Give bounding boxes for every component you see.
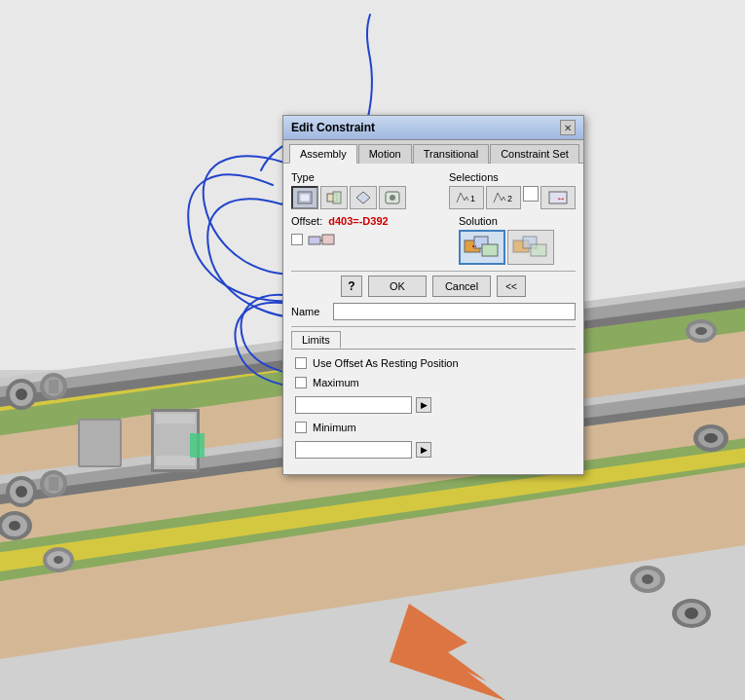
name-label: Name — [291, 306, 325, 317]
tab-motion[interactable]: Motion — [358, 144, 412, 164]
solution-section: Solution — [459, 215, 576, 265]
divider-1 — [291, 271, 576, 272]
svg-text:1: 1 — [470, 194, 475, 203]
svg-point-28 — [16, 486, 27, 497]
divider-2 — [291, 326, 576, 327]
type-btn-4[interactable] — [379, 186, 406, 209]
solution-btn-2[interactable] — [507, 230, 554, 265]
svg-rect-31 — [156, 414, 195, 424]
edit-constraint-dialog: Edit Constraint ✕ Assembly Motion Transi… — [282, 115, 584, 475]
svg-rect-56 — [333, 192, 341, 203]
type-label: Type — [291, 171, 406, 183]
type-btn-1[interactable] — [291, 186, 318, 209]
maximum-input-row: ▶ — [291, 396, 576, 414]
svg-rect-33 — [190, 433, 205, 458]
name-row: Name — [291, 303, 576, 320]
svg-point-39 — [704, 433, 718, 443]
selection-btn-2[interactable]: 2 — [486, 186, 521, 209]
solution-label: Solution — [459, 215, 576, 227]
svg-rect-54 — [300, 194, 310, 202]
selections-section: Selections 1 2 — [449, 171, 576, 209]
minimum-checkbox[interactable] — [295, 422, 307, 433]
svg-rect-73 — [531, 244, 546, 256]
svg-point-48 — [9, 521, 20, 531]
selections-checkbox[interactable] — [523, 186, 539, 202]
use-offset-row: Use Offset As Resting Position — [291, 357, 576, 369]
offset-solution-row: Offset: d403=-D392 Solution — [291, 215, 576, 265]
selection-btn-1[interactable]: 1 — [449, 186, 484, 209]
svg-rect-18 — [49, 380, 58, 393]
svg-point-25 — [16, 388, 27, 400]
dialog-title: Edit Constraint — [291, 121, 375, 134]
svg-point-42 — [642, 574, 653, 584]
svg-rect-64 — [309, 237, 320, 244]
minimum-arrow-btn[interactable]: ▶ — [416, 442, 431, 458]
limits-tab[interactable]: Limits — [291, 331, 341, 349]
offset-checkbox[interactable] — [291, 234, 303, 245]
limits-section: Limits Use Offset As Resting Position Ma… — [291, 331, 576, 459]
maximum-checkbox[interactable] — [295, 377, 307, 388]
svg-point-51 — [54, 556, 63, 564]
offset-label: Offset: — [291, 215, 322, 227]
svg-point-45 — [685, 608, 698, 619]
button-row: ? OK Cancel << — [291, 276, 576, 297]
svg-rect-22 — [49, 477, 58, 491]
svg-rect-32 — [156, 456, 195, 465]
svg-rect-69 — [482, 244, 498, 256]
dialog-titlebar: Edit Constraint ✕ — [283, 116, 583, 140]
type-section: Type — [291, 171, 406, 209]
svg-rect-14 — [80, 421, 120, 465]
expand-button[interactable]: << — [497, 276, 526, 297]
dialog-body: Type — [283, 164, 583, 474]
minimum-input[interactable] — [295, 441, 412, 459]
svg-rect-65 — [322, 235, 334, 244]
name-input[interactable] — [333, 303, 576, 320]
minimum-input-row: ▶ — [291, 441, 576, 459]
offset-row: Offset: d403=-D392 — [291, 215, 459, 227]
maximum-input[interactable] — [295, 396, 412, 414]
tab-constraint-set[interactable]: Constraint Set — [490, 144, 579, 164]
selection-flip-btn[interactable]: ↔ — [540, 186, 576, 209]
type-icon-row — [291, 186, 406, 209]
offset-checkbox-row — [291, 231, 459, 248]
tab-bar: Assembly Motion Transitional Constraint … — [283, 140, 583, 164]
svg-point-59 — [390, 195, 395, 201]
offset-value: d403=-D392 — [328, 215, 388, 227]
svg-text:2: 2 — [507, 194, 512, 203]
tab-transitional[interactable]: Transitional — [413, 144, 489, 164]
ok-button[interactable]: OK — [368, 276, 427, 297]
tab-assembly[interactable]: Assembly — [289, 144, 357, 164]
maximum-label: Maximum — [313, 377, 359, 388]
limits-tab-bar: Limits — [291, 331, 576, 350]
maximum-row: Maximum — [291, 377, 576, 388]
help-button[interactable]: ? — [341, 276, 362, 297]
selections-label: Selections — [449, 171, 576, 183]
use-offset-checkbox[interactable] — [295, 357, 307, 369]
type-selections-row: Type — [291, 171, 576, 209]
type-btn-2[interactable] — [320, 186, 348, 209]
use-offset-label: Use Offset As Resting Position — [313, 357, 459, 369]
solution-btn-1[interactable] — [459, 230, 505, 265]
maximum-arrow-btn[interactable]: ▶ — [416, 397, 431, 413]
minimum-label: Minimum — [313, 422, 356, 433]
offset-section: Offset: d403=-D392 — [291, 215, 459, 265]
cancel-button[interactable]: Cancel — [432, 276, 491, 297]
svg-marker-57 — [356, 192, 370, 203]
offset-icon — [307, 231, 336, 248]
svg-point-36 — [695, 327, 707, 335]
type-btn-3[interactable] — [350, 186, 377, 209]
svg-text:↔: ↔ — [556, 193, 566, 203]
solution-buttons — [459, 230, 576, 265]
minimum-row: Minimum — [291, 422, 576, 433]
selections-icon-row: 1 2 ↔ — [449, 186, 576, 209]
close-button[interactable]: ✕ — [560, 120, 576, 135]
